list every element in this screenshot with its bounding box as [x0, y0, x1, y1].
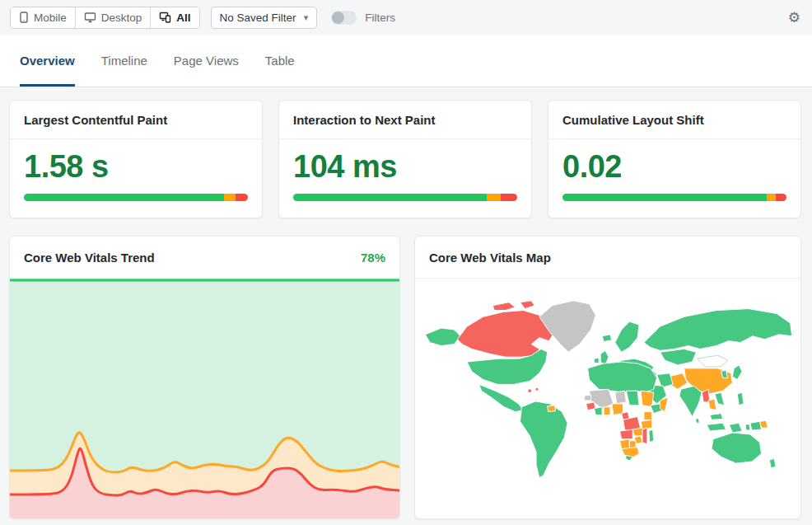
map-card-header: Core Web Vitals Map [415, 237, 800, 279]
device-button-label: Desktop [101, 12, 142, 24]
trend-chart-svg [10, 279, 400, 518]
map-region-madagascar[interactable] [649, 429, 654, 443]
trend-card-title: Core Web Vitals Trend [24, 251, 155, 265]
metric-distribution-bar [293, 194, 517, 201]
tab-page-views[interactable]: Page Views [174, 35, 239, 87]
map-region-senegal[interactable] [585, 395, 591, 401]
devices-icon [159, 12, 171, 23]
map-region-new-zealand[interactable] [769, 458, 776, 468]
map-region-russia[interactable] [644, 309, 792, 351]
map-region-mexico[interactable] [479, 384, 524, 411]
bar-segment-poor [776, 194, 786, 201]
map-region-sri-lanka[interactable] [695, 418, 699, 423]
monitor-icon [84, 12, 96, 23]
map-region-mozambique[interactable] [642, 428, 647, 444]
bar-segment-good [562, 194, 767, 201]
charts-row: Core Web Vitals Trend 78% Core Web Vital… [9, 236, 801, 519]
map-region-niger[interactable] [615, 391, 627, 404]
map-region-mongolia[interactable] [697, 355, 727, 367]
map-region-kazakhstan[interactable] [660, 349, 696, 365]
bar-segment-needs_improvement [767, 194, 777, 201]
tabbar: Overview Timeline Page Views Table [0, 35, 812, 87]
map-region-canada-arctic-2[interactable] [520, 301, 535, 309]
metrics-row: Largest Contentful Paint 1.58 s Interact… [9, 100, 801, 218]
filters-toggle[interactable] [331, 11, 357, 25]
map-region-ireland[interactable] [594, 358, 599, 363]
trend-card-header: Core Web Vitals Trend 78% [10, 237, 399, 279]
map-region-iceland[interactable] [602, 335, 612, 342]
device-button-label: Mobile [34, 12, 67, 24]
map-region-borneo[interactable] [729, 423, 742, 433]
map-region-vietnam[interactable] [715, 392, 725, 405]
tab-overview[interactable]: Overview [20, 35, 75, 87]
metric-distribution-bar [24, 194, 248, 201]
map-region-ivory-coast[interactable] [594, 407, 602, 415]
metric-card-inp: Interaction to Next Paint 104 ms [278, 100, 532, 218]
toolbar: Mobile Desktop All No Saved Filter ▾ Fil… [0, 0, 812, 35]
world-map-svg [418, 294, 797, 502]
map-region-north-africa[interactable] [588, 362, 657, 392]
map-region-philippines[interactable] [737, 392, 744, 405]
map-region-guyana[interactable] [548, 405, 556, 412]
map-region-caribbean-1[interactable] [528, 389, 532, 393]
bar-segment-needs_improvement [487, 194, 500, 201]
metric-value: 1.58 s [24, 148, 248, 185]
tab-table[interactable]: Table [265, 35, 295, 87]
map-region-japan[interactable] [732, 365, 742, 380]
bar-segment-poor [236, 194, 248, 201]
map-region-kenya[interactable] [644, 412, 652, 420]
phone-icon [19, 12, 29, 23]
saved-filter-label: No Saved Filter [220, 12, 296, 24]
gear-icon[interactable]: ⚙ [788, 11, 800, 25]
trend-chart[interactable] [10, 279, 399, 518]
map-region-korea[interactable] [721, 370, 728, 378]
chevron-down-icon: ▾ [304, 12, 309, 23]
device-button-label: All [176, 12, 190, 24]
map-region-australia[interactable] [712, 433, 762, 463]
map-region-namibia[interactable] [620, 439, 630, 449]
device-button-all[interactable]: All [151, 7, 198, 28]
filters-toggle-label: Filters [365, 12, 395, 24]
map-region-ghana[interactable] [604, 407, 610, 415]
metric-card-title: Largest Contentful Paint [10, 101, 262, 139]
bar-segment-good [293, 194, 487, 201]
map-region-india[interactable] [679, 386, 702, 416]
map-region-sudan[interactable] [641, 391, 654, 407]
bar-segment-poor [501, 194, 517, 201]
saved-filter-dropdown[interactable]: No Saved Filter ▾ [211, 7, 318, 29]
map-card-title: Core Web Vitals Map [429, 251, 551, 265]
map-card: Core Web Vitals Map [414, 236, 801, 519]
trend-card: Core Web Vitals Trend 78% [9, 236, 400, 519]
map-region-canada-arctic-1[interactable] [492, 302, 515, 311]
map-region-alaska[interactable] [425, 328, 460, 345]
map-region-thailand[interactable] [708, 399, 716, 410]
metric-value: 0.02 [562, 148, 786, 185]
map-region-south-america[interactable] [520, 401, 568, 478]
metric-distribution-bar [562, 194, 786, 201]
device-filter-group: Mobile Desktop All [10, 7, 200, 29]
pass-rate-badge: 78% [361, 251, 385, 265]
map-region-greenland[interactable] [539, 301, 595, 353]
map-region-sumatra[interactable] [707, 423, 726, 431]
dashboard-content: Largest Contentful Paint 1.58 s Interact… [0, 87, 812, 519]
metric-card-title: Interaction to Next Paint [279, 101, 531, 139]
bar-segment-needs_improvement [224, 194, 236, 201]
map-region-caribbean-2[interactable] [535, 387, 539, 391]
map-region-chad[interactable] [626, 391, 639, 405]
toggle-knob [332, 12, 344, 24]
device-button-mobile[interactable]: Mobile [11, 7, 76, 28]
map-region-malaysia[interactable] [710, 414, 723, 420]
metric-card-cls: Cumulative Layout Shift 0.02 [548, 100, 801, 218]
bar-segment-good [24, 194, 224, 201]
metric-value: 104 ms [293, 148, 517, 185]
map-region-sulawesi[interactable] [745, 424, 750, 430]
map-region-papua-new-guinea[interactable] [760, 420, 768, 428]
map-region-scandinavia[interactable] [615, 321, 639, 352]
tab-timeline[interactable]: Timeline [101, 35, 147, 87]
metric-card-lcp: Largest Contentful Paint 1.58 s [9, 100, 263, 218]
device-button-desktop[interactable]: Desktop [76, 7, 152, 28]
metric-card-title: Cumulative Layout Shift [548, 101, 800, 139]
map-region-angola[interactable] [620, 429, 633, 439]
world-map[interactable] [415, 279, 800, 518]
